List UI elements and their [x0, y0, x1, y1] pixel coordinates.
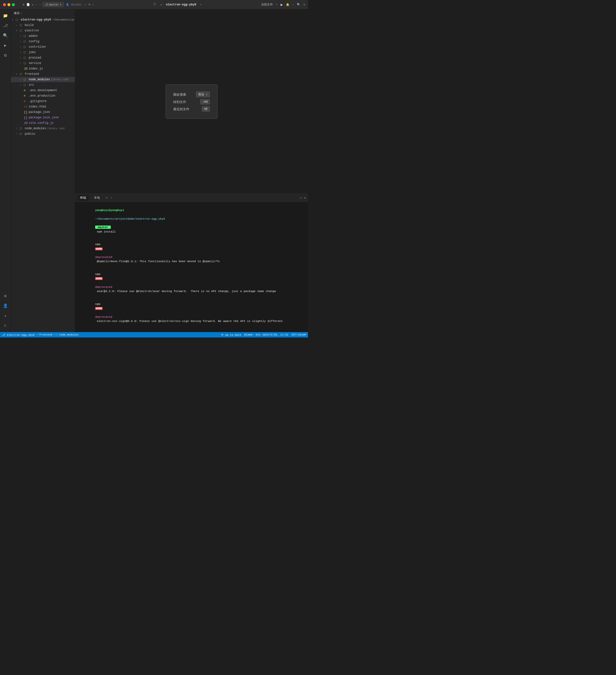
file-icon-package: {}: [24, 110, 28, 114]
file-icon-html: <>: [24, 105, 28, 109]
sidebar-run-icon[interactable]: ▶: [1, 41, 10, 50]
sidebar-settings-icon[interactable]: ⚙: [1, 292, 10, 300]
terminal-add-button[interactable]: +: [105, 196, 109, 200]
sidebar: 项目 ▾ ▾ □ electron-egg-yby6 ~/Documents/p…: [11, 9, 75, 332]
search-button[interactable]: 🔍: [297, 3, 300, 6]
folder-icon-public: □: [20, 132, 24, 136]
traffic-lights: [3, 3, 15, 6]
tree-item-service[interactable]: › □ service: [11, 61, 75, 66]
tree-root[interactable]: ▾ □ electron-egg-yby6 ~/Documents/prc: [11, 17, 75, 22]
git-push[interactable]: ↗: [92, 3, 94, 6]
tree-item-addon[interactable]: › □ addon: [11, 33, 75, 39]
status-blame: Blame: Gsx 2023/5/28, 11:31: [244, 333, 288, 336]
search-row-3: 最近的文件 ⌘E: [173, 106, 210, 112]
search-shortcut-1[interactable]: 双击 ⇧: [196, 92, 210, 97]
status-repo[interactable]: ⎇ electron-egg-yby6: [2, 333, 35, 336]
git-fetch[interactable]: ⟲: [88, 3, 90, 6]
forward[interactable]: →: [39, 3, 41, 6]
terminal-line: added 679 packages in 17s: [78, 332, 305, 332]
sidebar-files-icon[interactable]: 📁: [1, 11, 10, 20]
search-action-1: 随处搜索: [173, 92, 186, 97]
tree-item-gitignore[interactable]: ⊘ .gitignore: [11, 98, 75, 104]
tree-item-node-modules-frontend[interactable]: › □ node_modules library root: [11, 77, 75, 82]
folder-icon-electron: □: [20, 29, 24, 32]
project-name: electron-egg-yby6: [166, 3, 196, 6]
tree-item-index-js[interactable]: JS index.js: [11, 66, 75, 71]
main-layout: 📁 ⎇ 🔍 ▶ ⧉ ⚙ 👤 ✦ ⊂ 项目 ▾ ▾ □ electron-egg-…: [0, 9, 308, 332]
maximize-button[interactable]: [12, 3, 15, 6]
file-tree[interactable]: ▾ □ electron-egg-yby6 ~/Documents/prc › …: [11, 17, 75, 332]
tree-item-public[interactable]: › □ public: [11, 131, 75, 137]
content-area: 随处搜索 双击 ⇧ 转到文件 ⇧⌘O 最近的文件 ⌘E 终端 本地 + ▾: [75, 9, 308, 332]
close-button[interactable]: [3, 3, 6, 6]
terminal-content[interactable]: yangbuyi@yangbuyi ~/Documents/projectDem…: [75, 202, 308, 332]
file-icon-env-dev: ≡: [24, 89, 28, 92]
terminal-tab-local[interactable]: 本地: [91, 195, 103, 201]
git-stage[interactable]: ↗: [84, 3, 86, 6]
tree-item-build[interactable]: › □ build: [11, 22, 75, 28]
sidebar-remote-icon[interactable]: ⊂: [1, 321, 10, 330]
back[interactable]: ←: [36, 3, 37, 6]
tree-item-node-modules-root[interactable]: › □ node_modules library root: [11, 126, 75, 131]
folder-icon-service: □: [24, 62, 28, 65]
tree-item-electron[interactable]: ▾ □ electron: [11, 28, 75, 33]
titlebar-center: ⏱ ↺ electron-egg-yby6 ▾: [96, 3, 259, 6]
tree-item-frontend[interactable]: ▾ □ frontend: [11, 71, 75, 77]
tree-item-env-dev[interactable]: ≡ .env.development: [11, 88, 75, 93]
editor-area: 随处搜索 双击 ⇧ 转到文件 ⇧⌘O 最近的文件 ⌘E: [75, 9, 308, 194]
search-action-2: 转到文件: [173, 99, 186, 104]
tree-item-index-html[interactable]: <> index.html: [11, 104, 75, 109]
terminal-tab-terminal[interactable]: 终端: [77, 195, 89, 201]
tree-item-env-prod[interactable]: ≡ .env.production: [11, 93, 75, 98]
minimize-button[interactable]: [7, 3, 10, 6]
status-sync: ⟳ up-to-date: [221, 333, 242, 336]
search-shortcut-3[interactable]: ⌘E: [202, 106, 210, 112]
tree-item-src[interactable]: › □ src: [11, 82, 75, 88]
git-label[interactable]: Git(G):: [71, 3, 82, 6]
search-overlay: 随处搜索 双击 ⇧ 转到文件 ⇧⌘O 最近的文件 ⌘E: [165, 84, 217, 119]
sidebar-extensions-icon[interactable]: ⧉: [1, 51, 10, 60]
refresh[interactable]: ↻: [32, 3, 33, 6]
library-root-badge-2: library root: [47, 127, 65, 130]
terminal-options-icon[interactable]: ⋯: [300, 196, 302, 200]
tree-item-vite-config[interactable]: JS vite.config.js: [11, 120, 75, 126]
terminal-line: yangbuyi@yangbuyi ~/Documents/projectDem…: [78, 204, 305, 238]
tree-item-config[interactable]: › □ config: [11, 39, 75, 44]
folder-icon-node-modules: □: [24, 78, 28, 82]
terminal-line: npm WARN deprecated electron-osx-sign@0.…: [78, 298, 305, 327]
tree-item-preload[interactable]: › □ preload: [11, 55, 75, 61]
tree-item-jobs[interactable]: › □ jobs: [11, 50, 75, 55]
file-icon-package-lock: {}: [24, 116, 28, 120]
run-button[interactable]: ▶: [281, 2, 283, 7]
search-row-2: 转到文件 ⇧⌘O: [173, 99, 210, 104]
status-right: ⟳ up-to-date Blame: Gsx 2023/5/28, 11:31…: [221, 333, 306, 336]
current-file-label: 当前文件: [261, 2, 273, 7]
status-position: 357/1816M: [291, 333, 306, 336]
sidebar-header: 项目 ▾: [11, 9, 75, 17]
search-row-1: 随处搜索 双击 ⇧: [173, 92, 210, 97]
branch-selector[interactable]: ⎇ master ▾: [43, 2, 64, 7]
more-options-icon[interactable]: ⋯: [292, 3, 294, 6]
terminal-dropdown[interactable]: ▾: [111, 197, 112, 200]
search-shortcut-2[interactable]: ⇧⌘O: [200, 99, 210, 104]
terminal-close-icon[interactable]: ✕: [304, 196, 306, 200]
git-user[interactable]: 👤: [66, 3, 69, 6]
folder-icon-jobs: □: [24, 51, 28, 54]
tree-item-controller[interactable]: › □ controller: [11, 44, 75, 50]
sidebar-toggle[interactable]: ⊞: [23, 3, 24, 6]
bell-icon[interactable]: 🔔: [286, 3, 289, 6]
tree-item-package-lock[interactable]: {} package-lock.json: [11, 115, 75, 120]
tree-item-package-json[interactable]: {} package.json: [11, 109, 75, 115]
sidebar-copilot-icon[interactable]: ✦: [1, 311, 10, 320]
file-icon-gitignore: ⊘: [24, 99, 28, 103]
library-root-badge: library root: [51, 78, 69, 81]
file-icon-env-prod: ≡: [24, 94, 28, 98]
profile-icon[interactable]: ⚙: [303, 3, 305, 6]
sidebar-search-icon[interactable]: 🔍: [1, 31, 10, 40]
status-bar: ⎇ electron-egg-yby6 › frontend › □ node_…: [0, 332, 308, 338]
branch-name: master: [49, 3, 59, 6]
terminal-panel: 终端 本地 + ▾ ⋯ ✕ yangbuyi@yangbuyi ~/Docume…: [75, 194, 308, 332]
sidebar-account-icon[interactable]: 👤: [1, 301, 10, 310]
file-history[interactable]: 📄: [26, 3, 30, 6]
sidebar-git-icon[interactable]: ⎇: [1, 21, 10, 30]
